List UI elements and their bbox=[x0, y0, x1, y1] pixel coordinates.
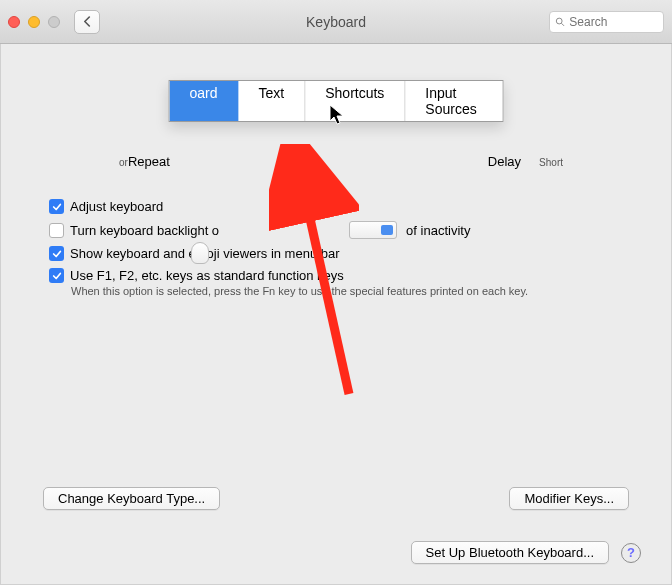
tab-text[interactable]: Text bbox=[239, 81, 306, 121]
back-button[interactable] bbox=[74, 10, 100, 34]
svg-point-0 bbox=[556, 18, 562, 24]
use-fn-label: Use F1, F2, etc. keys as standard functi… bbox=[70, 268, 344, 283]
footer: Set Up Bluetooth Keyboard... ? bbox=[411, 541, 641, 564]
use-fn-help: When this option is selected, press the … bbox=[71, 285, 623, 297]
bottom-button-row: Change Keyboard Type... Modifier Keys... bbox=[43, 487, 629, 510]
close-icon[interactable] bbox=[8, 16, 20, 28]
modifier-keys-button[interactable]: Modifier Keys... bbox=[509, 487, 629, 510]
slider-knob-icon[interactable] bbox=[191, 242, 209, 264]
show-viewers-row[interactable]: Show keyboard and emoji viewers in menu … bbox=[49, 246, 623, 261]
titlebar: Keyboard bbox=[0, 0, 672, 44]
checkbox-checked-icon[interactable] bbox=[49, 199, 64, 214]
tab-keyboard[interactable]: oard bbox=[170, 81, 239, 121]
key-repeat-slider[interactable] bbox=[191, 242, 261, 266]
zoom-icon[interactable] bbox=[48, 16, 60, 28]
search-input[interactable] bbox=[569, 15, 658, 29]
delay-group: Delay Short bbox=[488, 154, 563, 169]
bluetooth-keyboard-button[interactable]: Set Up Bluetooth Keyboard... bbox=[411, 541, 609, 564]
help-button[interactable]: ? bbox=[621, 543, 641, 563]
repeat-prefix: or bbox=[119, 157, 128, 168]
backlight-off-row[interactable]: Turn keyboard backlight o of inactivity bbox=[49, 221, 623, 239]
search-icon bbox=[555, 16, 565, 28]
checkbox-checked-icon[interactable] bbox=[49, 268, 64, 283]
delay-label: Delay bbox=[488, 154, 521, 169]
slider-row: orRepeat Delay Short bbox=[49, 154, 623, 169]
search-field[interactable] bbox=[549, 11, 664, 33]
tab-bar: oard Text Shortcuts Input Sources bbox=[169, 80, 504, 122]
checkbox-unchecked-icon[interactable] bbox=[49, 223, 64, 238]
checkbox-list: Adjust keyboard Turn keyboard backlight … bbox=[49, 199, 623, 297]
key-repeat-group: orRepeat bbox=[119, 154, 170, 169]
minimize-icon[interactable] bbox=[28, 16, 40, 28]
delay-short-label: Short bbox=[539, 157, 563, 168]
adjust-brightness-row[interactable]: Adjust keyboard bbox=[49, 199, 623, 214]
tab-shortcuts[interactable]: Shortcuts bbox=[305, 81, 405, 121]
tab-input-sources[interactable]: Input Sources bbox=[405, 81, 502, 121]
use-fn-row[interactable]: Use F1, F2, etc. keys as standard functi… bbox=[49, 268, 623, 297]
adjust-brightness-label: Adjust keyboard bbox=[70, 199, 163, 214]
window-controls bbox=[8, 16, 60, 28]
svg-line-1 bbox=[561, 23, 564, 26]
change-keyboard-type-button[interactable]: Change Keyboard Type... bbox=[43, 487, 220, 510]
checkbox-checked-icon[interactable] bbox=[49, 246, 64, 261]
preferences-panel: oard Text Shortcuts Input Sources orRepe… bbox=[0, 44, 672, 585]
key-repeat-label: Repeat bbox=[128, 154, 170, 169]
backlight-off-suffix: of inactivity bbox=[406, 223, 470, 238]
inactivity-select[interactable] bbox=[349, 221, 397, 239]
backlight-off-prefix: Turn keyboard backlight o bbox=[70, 223, 219, 238]
